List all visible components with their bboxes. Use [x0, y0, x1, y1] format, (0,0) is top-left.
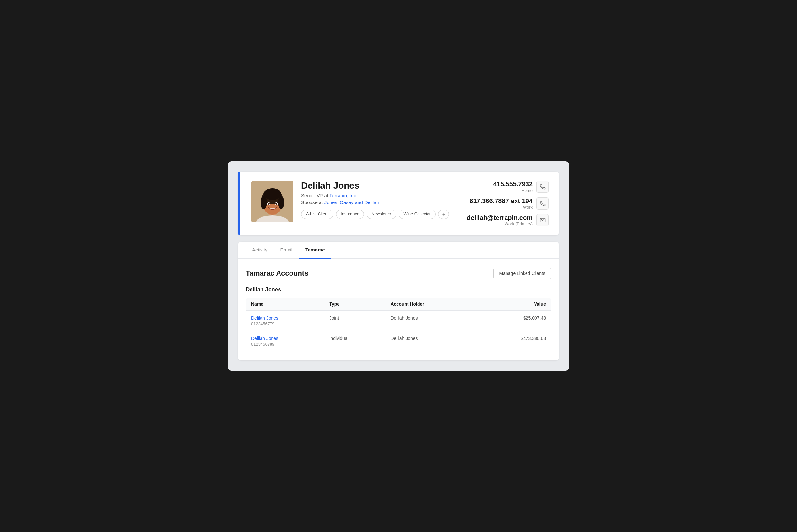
- tamarac-content: Tamarac Accounts Manage Linked Clients D…: [238, 259, 559, 360]
- work-phone-number: 617.366.7887 ext 194: [470, 197, 533, 205]
- work-phone-button[interactable]: [536, 197, 549, 210]
- row1-account-number: 0123456779: [251, 321, 274, 326]
- row2-account-number: 0123456789: [251, 342, 274, 347]
- tab-tamarac[interactable]: Tamarac: [299, 242, 331, 259]
- home-phone-row: 415.555.7932 Home: [493, 180, 549, 193]
- profile-spouse: Spouse at Jones, Casey and Delilah: [301, 200, 451, 205]
- col-holder: Account Holder: [385, 298, 477, 311]
- email-label: Work (Primary): [467, 222, 533, 226]
- work-phone-row: 617.366.7887 ext 194 Work: [470, 197, 549, 210]
- avatar: [251, 180, 293, 223]
- row2-type: Individual: [324, 331, 385, 352]
- row1-value: $25,097.48: [477, 311, 551, 331]
- home-phone-text: 415.555.7932 Home: [493, 180, 533, 193]
- tab-email[interactable]: Email: [274, 242, 299, 259]
- tab-activity[interactable]: Activity: [246, 242, 274, 259]
- manage-linked-clients-button[interactable]: Manage Linked Clients: [493, 268, 551, 279]
- contact-info: 415.555.7932 Home 617.366.7887 ext 194 W…: [458, 180, 549, 226]
- company-link[interactable]: Terrapin, Inc.: [329, 193, 358, 198]
- profile-role: Senior VP at Terrapin, Inc.: [301, 193, 451, 198]
- tags-container: A-List Client Insurance Newsletter Wine …: [301, 210, 451, 219]
- page-wrapper: Delilah Jones Senior VP at Terrapin, Inc…: [228, 161, 569, 371]
- row1-name: Delilah Jones 0123456779: [246, 311, 324, 331]
- tamarac-header: Tamarac Accounts Manage Linked Clients: [246, 268, 551, 279]
- svg-point-6: [261, 196, 267, 209]
- profile-info: Delilah Jones Senior VP at Terrapin, Inc…: [301, 180, 451, 219]
- col-name: Name: [246, 298, 324, 311]
- profile-card: Delilah Jones Senior VP at Terrapin, Inc…: [238, 172, 559, 235]
- tamarac-title: Tamarac Accounts: [246, 269, 308, 278]
- row2-name: Delilah Jones 0123456789: [246, 331, 324, 352]
- spouse-link[interactable]: Jones, Casey and Delilah: [324, 200, 379, 205]
- spouse-prefix: Spouse at: [301, 200, 324, 205]
- col-value: Value: [477, 298, 551, 311]
- email-address: delilah@terrapin.com: [467, 214, 533, 222]
- home-phone-number: 415.555.7932: [493, 180, 533, 188]
- row1-name-link[interactable]: Delilah Jones: [251, 315, 319, 321]
- section-client-name: Delilah Jones: [246, 286, 551, 293]
- col-type: Type: [324, 298, 385, 311]
- home-phone-label: Home: [493, 188, 533, 193]
- row1-type: Joint: [324, 311, 385, 331]
- tabs-card: Activity Email Tamarac Tamarac Accounts …: [238, 242, 559, 360]
- svg-point-11: [276, 203, 277, 205]
- row1-holder: Delilah Jones: [385, 311, 477, 331]
- svg-point-10: [268, 203, 269, 205]
- tag-insurance[interactable]: Insurance: [336, 210, 364, 219]
- add-tag-button[interactable]: +: [438, 210, 449, 219]
- tag-alist[interactable]: A-List Client: [301, 210, 334, 219]
- profile-name: Delilah Jones: [301, 180, 451, 191]
- accounts-table: Name Type Account Holder Value Delilah J…: [246, 297, 551, 352]
- work-phone-text: 617.366.7887 ext 194 Work: [470, 197, 533, 210]
- home-phone-button[interactable]: [536, 180, 549, 193]
- tabs-nav: Activity Email Tamarac: [238, 242, 559, 259]
- table-row: Delilah Jones 0123456789 Individual Deli…: [246, 331, 551, 352]
- work-phone-label: Work: [470, 205, 533, 210]
- svg-point-7: [278, 196, 284, 209]
- tag-newsletter[interactable]: Newsletter: [366, 210, 396, 219]
- role-prefix: Senior VP at: [301, 193, 329, 198]
- row2-name-link[interactable]: Delilah Jones: [251, 336, 319, 341]
- tag-wine[interactable]: Wine Collector: [399, 210, 436, 219]
- row2-holder: Delilah Jones: [385, 331, 477, 352]
- email-text: delilah@terrapin.com Work (Primary): [467, 214, 533, 226]
- email-row: delilah@terrapin.com Work (Primary): [467, 214, 549, 226]
- table-row: Delilah Jones 0123456779 Joint Delilah J…: [246, 311, 551, 331]
- row2-value: $473,380.63: [477, 331, 551, 352]
- email-button[interactable]: [536, 214, 549, 226]
